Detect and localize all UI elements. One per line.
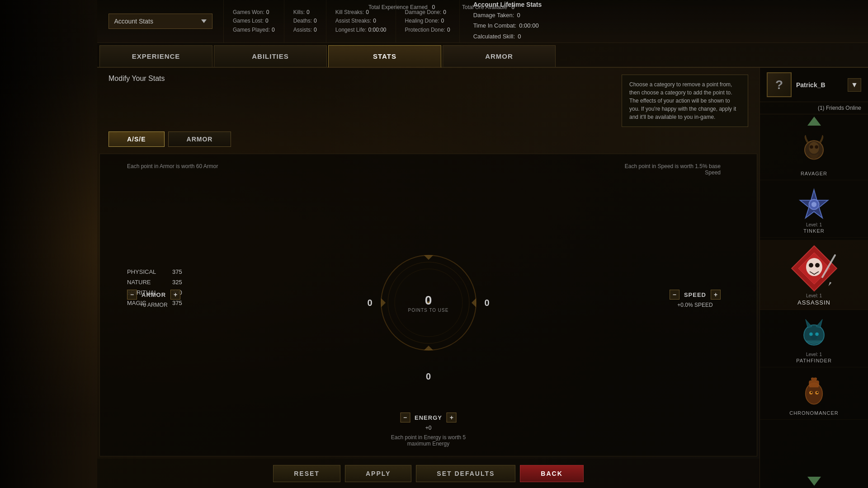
total-exp-label: Total Experience Earned [368, 4, 428, 10]
total-ore-value: 0 [512, 4, 515, 10]
set-defaults-button[interactable]: SET DEFAULTS [416, 465, 515, 482]
main-tabs-row: EXPERIENCE ABILITIES STATS ARMOR [97, 43, 868, 68]
deaths-label: Deaths: [293, 17, 312, 25]
kills-stats-group: Kills: 0 Deaths: 0 Assists: 0 [284, 0, 326, 42]
protection-done-value: 0 [447, 26, 450, 34]
scroll-down-arrow[interactable] [807, 477, 821, 486]
kills-value: 0 [307, 8, 310, 17]
svg-marker-20 [816, 319, 822, 328]
healing-done-label: Healing Done: [405, 17, 439, 25]
sub-tab-ase[interactable]: A/S/E [108, 131, 165, 147]
svg-point-6 [810, 145, 813, 149]
svg-point-14 [809, 263, 813, 267]
ravager-name: RAVAGER [801, 171, 827, 176]
time-combat-value: 0:00:00 [519, 20, 538, 31]
damage-taken-value: 0 [517, 10, 520, 20]
svg-point-23 [811, 335, 817, 339]
svg-point-7 [815, 145, 818, 149]
stat-nature: NATURE 325 [127, 279, 182, 286]
main-wrapper: Account Stats Games Won: 0 Games Lost: 0… [97, 0, 868, 488]
damage-taken-label: Damage Taken: [473, 10, 514, 20]
char-item-ravager[interactable]: RAVAGER [760, 130, 868, 180]
armor-control: − ARMOR + +0 ARMOR [127, 290, 180, 308]
armor-increase-button[interactable]: + [170, 290, 180, 300]
apply-button[interactable]: APPLY [345, 465, 411, 482]
center-points-display: 0 POINTS TO USE [408, 293, 449, 313]
assist-streaks-value: 0 [373, 17, 376, 25]
nature-value: 325 [172, 279, 182, 286]
char-item-tinker[interactable]: Level: 1 TINKER [760, 183, 868, 238]
orb-left-value: 0 [368, 298, 373, 308]
speed-increase-button[interactable]: + [711, 290, 721, 300]
assists-label: Assists: [293, 26, 312, 34]
right-sidebar: ? Patrick_B ▼ (1) Friends Online [760, 68, 868, 488]
account-stats-label: Account Stats [114, 18, 153, 25]
ravager-svg [797, 135, 831, 169]
tab-armor[interactable]: ARMOR [443, 45, 556, 67]
svg-marker-17 [827, 282, 831, 287]
healing-done-value: 0 [441, 17, 444, 25]
char-item-pathfinder[interactable]: Level: 1 PATHFINDER [760, 312, 868, 367]
games-played-label: Games Played: [233, 26, 270, 34]
total-ore-section: Total Ore Available 0 [462, 4, 514, 10]
dropdown-arrow-icon [201, 19, 207, 23]
games-played-value: 0 [272, 26, 275, 34]
svg-point-27 [811, 391, 812, 393]
calc-skill-value: 0 [518, 31, 521, 42]
games-lost-label: Games Lost: [233, 17, 264, 25]
longest-life-label: Longest Life: [335, 26, 367, 34]
energy-increase-button[interactable]: + [447, 413, 457, 422]
physical-value: 375 [172, 268, 182, 275]
sub-tab-armor[interactable]: ARMOR [168, 131, 231, 147]
armor-modifier: +0 ARMOR [140, 302, 168, 308]
tooltip-box: Choose a category to remove a point from… [622, 75, 748, 127]
scroll-up-arrow[interactable] [807, 117, 821, 126]
speed-decrease-button[interactable]: − [670, 290, 679, 300]
sub-tabs: A/S/E ARMOR [97, 131, 760, 154]
tab-stats[interactable]: STATS [328, 45, 441, 68]
games-lost-value: 0 [265, 17, 269, 25]
total-exp-section: Total Experience Earned 0 [368, 4, 435, 10]
player-name: Patrick_B [796, 81, 843, 89]
content-area: Modify Your Stats Choose a category to r… [97, 68, 868, 488]
deaths-value: 0 [314, 17, 317, 25]
chronomancer-name: CHRONOMANCER [789, 410, 839, 416]
points-label: POINTS TO USE [408, 308, 449, 313]
player-header: ? Patrick_B ▼ [760, 68, 868, 102]
games-won-value: 0 [266, 8, 269, 17]
background-figure [0, 0, 99, 488]
player-dropdown-button[interactable]: ▼ [848, 78, 861, 92]
pathfinder-icon [796, 316, 832, 352]
account-stats-dropdown[interactable]: Account Stats [108, 14, 212, 29]
assist-streaks-label: Assist Streaks: [335, 17, 371, 25]
armor-label: ARMOR [142, 291, 166, 298]
top-bar: Account Stats Games Won: 0 Games Lost: 0… [97, 0, 868, 43]
speed-info-text: Each point in Speed is worth 1.5% baseSp… [625, 163, 721, 176]
friends-online-count: (1) Friends Online [760, 102, 868, 114]
nature-label: NATURE [127, 279, 163, 286]
armor-decrease-button[interactable]: − [127, 290, 137, 300]
energy-info-text: Each point in Energy is worth 5maximum E… [391, 434, 466, 447]
kills-label: Kills: [293, 8, 305, 17]
tab-experience[interactable]: EXPERIENCE [99, 45, 212, 67]
energy-modifier: +0 [425, 425, 432, 431]
assassin-level: Level: 1 [806, 293, 822, 298]
energy-decrease-button[interactable]: − [400, 413, 410, 422]
dropdown-icon: ▼ [851, 81, 858, 89]
chronomancer-svg [797, 375, 831, 408]
chronomancer-icon [796, 373, 832, 409]
char-item-assassin[interactable]: Level: 1 ASSASSIN [760, 240, 868, 310]
reset-button[interactable]: RESET [273, 465, 340, 482]
physical-label: PHYSICAL [127, 268, 163, 275]
modify-title: Modify Your Stats [108, 75, 165, 83]
svg-point-21 [809, 332, 813, 336]
tooltip-text: Choose a category to remove a point from… [629, 81, 736, 120]
player-info: Patrick_B [792, 81, 848, 89]
speed-modifier: +0.0% SPEED [677, 302, 712, 308]
tab-abilities[interactable]: ABILITIES [214, 45, 327, 67]
back-button[interactable]: BACK [520, 465, 583, 482]
orb-right-value: 0 [484, 298, 489, 308]
svg-point-15 [815, 263, 820, 267]
char-item-chronomancer[interactable]: CHRONOMANCER [760, 370, 868, 420]
games-won-label: Games Won: [233, 8, 264, 17]
